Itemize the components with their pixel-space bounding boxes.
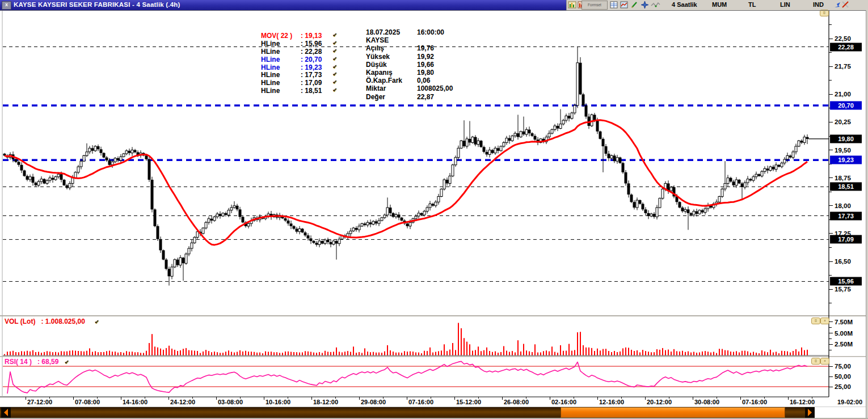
- info-value: 19,80: [417, 69, 434, 77]
- time-tick: [26, 397, 26, 400]
- price-level-badge: 15,96: [830, 277, 862, 286]
- legend-check-icon[interactable]: ✔: [332, 40, 337, 48]
- volume-panel-close-button[interactable]: x: [820, 318, 829, 324]
- legend-row: HLine: 17,73✔: [261, 71, 337, 79]
- price-tick: [829, 39, 833, 39]
- legend-check-icon[interactable]: ✔: [332, 64, 337, 71]
- time-tick: [597, 397, 598, 400]
- price-tick: [829, 261, 833, 262]
- info-value: 19,92: [417, 53, 434, 61]
- info-time: 16:00:00: [417, 28, 444, 36]
- volume-tick-label: 7.50M: [835, 319, 853, 325]
- legend-row: MOV( 22 ): 19,13✔: [261, 32, 337, 40]
- volume-minor-tick: [829, 350, 832, 350]
- scrollbar-thumb[interactable]: [561, 407, 785, 418]
- scrollbar-left-arrow[interactable]: [1, 407, 11, 418]
- time-tick: [740, 397, 741, 400]
- time-tick: [311, 397, 312, 400]
- price-tick: [829, 80, 832, 81]
- time-tick-label: 18-12:00: [313, 399, 338, 405]
- info-label: Açılış: [366, 44, 417, 52]
- price-tick: [829, 66, 833, 67]
- rsi-tick-label: 25,00: [835, 383, 851, 390]
- info-row: Yüksek19,92: [366, 53, 453, 61]
- time-tick-label: 26-08:00: [504, 399, 529, 405]
- time-tick: [168, 397, 169, 400]
- price-level-badge: 18,51: [830, 183, 862, 191]
- price-tick: [829, 150, 833, 150]
- indicator-legend: MOV( 22 ): 19,13✔HLine: 15,96✔HLine: 22,…: [261, 32, 337, 95]
- time-tick-label: 10-16:00: [266, 399, 290, 405]
- price-tick-label: 15,75: [835, 286, 851, 293]
- legend-indicator-value: : 17,73: [301, 71, 332, 79]
- info-row: Ö.Kap.Fark0,06: [366, 77, 453, 84]
- time-tick: [216, 397, 217, 400]
- price-tick: [829, 24, 832, 25]
- info-label: Ö.Kap.Fark: [366, 77, 417, 84]
- time-tick-label: 19-02:00: [837, 399, 862, 405]
- rsi-panel-close-button[interactable]: x: [820, 358, 829, 365]
- info-label: Yüksek: [366, 53, 417, 61]
- rsi-check-icon[interactable]: ✔: [64, 359, 69, 365]
- volume-label: VOL (Lot): [5, 318, 35, 325]
- info-label: Kapanış: [366, 69, 417, 77]
- legend-check-icon[interactable]: ✔: [332, 87, 337, 95]
- rsi-label: RSI( 14 ): [5, 358, 32, 366]
- legend-indicator-name: HLine: [261, 48, 301, 56]
- volume-minor-tick: [829, 338, 832, 339]
- time-tick-label: 02-16:00: [551, 399, 576, 405]
- legend-indicator-value: : 18,51: [301, 87, 332, 95]
- legend-indicator-name: HLine: [261, 40, 301, 48]
- legend-row: HLine: 15,96✔: [261, 40, 337, 48]
- rsi-panel-restore-button[interactable]: []: [811, 358, 820, 365]
- price-level-badge: 17,73: [830, 211, 862, 220]
- info-value: 1008025,00: [417, 84, 453, 92]
- price-tick: [829, 205, 833, 206]
- info-label: Düşük: [366, 61, 417, 69]
- time-tick-label: 27-12:00: [27, 399, 52, 405]
- price-tick: [829, 303, 832, 303]
- legend-indicator-value: : 22,28: [301, 48, 332, 56]
- price-tick: [829, 52, 832, 53]
- legend-indicator-name: HLine: [261, 64, 301, 71]
- time-tick: [645, 397, 646, 400]
- legend-check-icon[interactable]: ✔: [332, 79, 337, 87]
- legend-indicator-name: HLine: [261, 87, 301, 95]
- legend-check-icon[interactable]: ✔: [332, 48, 337, 56]
- volume-tick-label: 2.50M: [835, 341, 853, 348]
- price-tick-label: 21,75: [835, 63, 851, 70]
- price-tick-label: 16,50: [835, 258, 851, 265]
- rsi-indicator-label: RSI( 14 ) : 68,59 ✔: [5, 358, 69, 366]
- info-label: Değer: [366, 93, 417, 101]
- legend-check-icon[interactable]: ✔: [332, 32, 337, 40]
- legend-check-icon[interactable]: ✔: [332, 71, 337, 79]
- price-tick-label: 22,50: [835, 35, 851, 42]
- legend-check-icon[interactable]: ✔: [332, 56, 337, 64]
- price-level-badge: 19,23: [830, 156, 862, 164]
- time-tick: [73, 397, 74, 400]
- volume-tick: [829, 333, 833, 333]
- price-level-badge: 22,28: [830, 43, 862, 51]
- volume-check-icon[interactable]: ✔: [95, 319, 99, 325]
- price-tick: [829, 177, 833, 178]
- price-tick: [829, 94, 833, 95]
- time-tick: [407, 397, 407, 400]
- legend-indicator-value: : 20,70: [301, 56, 332, 64]
- scrollbar-right-arrow[interactable]: [805, 407, 815, 418]
- time-tick-label: 30-08:00: [694, 399, 719, 405]
- legend-indicator-name: HLine: [261, 79, 301, 87]
- price-tick-label: 18,75: [835, 175, 851, 181]
- price-tick-label: 20,25: [835, 118, 851, 125]
- volume-panel-restore-button[interactable]: []: [811, 318, 820, 324]
- rsi-tick-label: 75,00: [835, 363, 851, 370]
- volume-tick: [829, 344, 833, 345]
- legend-row: HLine: 19,23✔: [261, 64, 337, 71]
- legend-indicator-value: : 19,23: [301, 64, 332, 71]
- legend-row: HLine: 20,70✔: [261, 56, 337, 64]
- time-tick: [359, 397, 360, 400]
- time-tick-label: 20-12:00: [647, 399, 672, 405]
- price-tick-label: 18,00: [835, 202, 851, 209]
- price-tick: [829, 192, 832, 192]
- legend-indicator-name: MOV( 22 ): [261, 32, 301, 40]
- time-tick: [693, 397, 693, 400]
